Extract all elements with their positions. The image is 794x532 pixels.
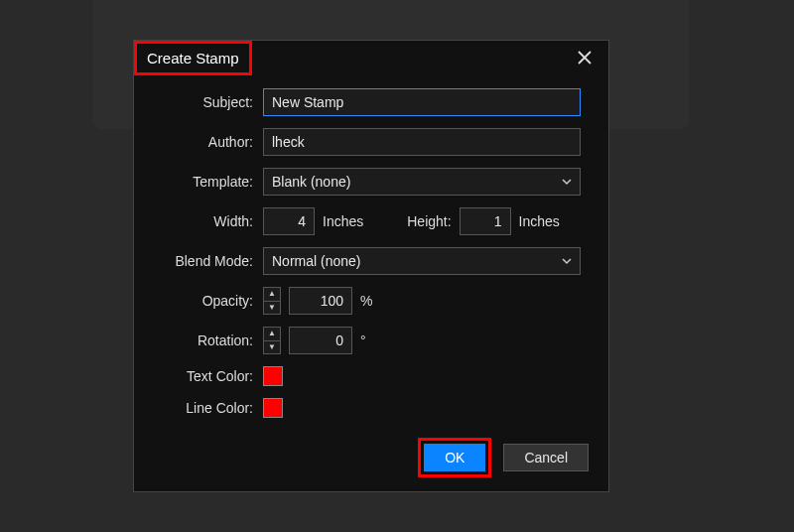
rotation-input[interactable] — [289, 327, 352, 354]
textcolor-label: Text Color: — [134, 368, 263, 384]
blend-value: Normal (none) — [272, 253, 360, 269]
subject-label: Subject: — [134, 94, 263, 110]
opacity-stepper[interactable]: ▲ ▼ — [263, 287, 281, 315]
template-label: Template: — [134, 174, 263, 190]
rotation-label: Rotation: — [134, 332, 263, 348]
ok-button[interactable]: OK — [424, 444, 485, 471]
chevron-down-icon — [562, 256, 572, 266]
height-label: Height: — [407, 213, 451, 229]
height-unit: Inches — [519, 213, 560, 229]
blend-label: Blend Mode: — [134, 253, 263, 269]
blend-select[interactable]: Normal (none) — [263, 247, 581, 275]
opacity-input[interactable] — [289, 287, 352, 315]
width-input[interactable] — [263, 207, 315, 235]
opacity-unit: % — [360, 293, 372, 309]
author-input[interactable] — [263, 128, 581, 156]
template-select[interactable]: Blank (none) — [263, 168, 581, 196]
close-icon[interactable] — [569, 44, 600, 71]
height-input[interactable] — [460, 207, 511, 235]
create-stamp-dialog: Create Stamp Subject: Author: Template: … — [133, 40, 609, 492]
rotation-stepper[interactable]: ▲ ▼ — [263, 327, 281, 354]
opacity-step-down[interactable]: ▼ — [264, 302, 280, 315]
width-unit: Inches — [323, 213, 363, 229]
rotation-unit: ° — [360, 332, 366, 348]
subject-input[interactable] — [263, 88, 581, 116]
textcolor-swatch[interactable] — [263, 366, 283, 386]
chevron-down-icon — [562, 177, 572, 187]
opacity-step-up[interactable]: ▲ — [264, 288, 280, 302]
rotation-step-down[interactable]: ▼ — [264, 341, 280, 354]
linecolor-swatch[interactable] — [263, 398, 283, 418]
linecolor-label: Line Color: — [134, 400, 263, 416]
dialog-title: Create Stamp — [134, 41, 252, 75]
dialog-body: Subject: Author: Template: Blank (none) … — [134, 74, 608, 440]
ok-highlight: OK — [418, 438, 491, 477]
dialog-titlebar: Create Stamp — [134, 41, 608, 74]
opacity-label: Opacity: — [134, 293, 263, 309]
author-label: Author: — [134, 134, 263, 150]
width-label: Width: — [134, 213, 263, 229]
template-value: Blank (none) — [272, 174, 350, 190]
cancel-button[interactable]: Cancel — [503, 444, 589, 471]
rotation-step-up[interactable]: ▲ — [264, 328, 280, 341]
dialog-footer: OK Cancel — [418, 438, 589, 477]
